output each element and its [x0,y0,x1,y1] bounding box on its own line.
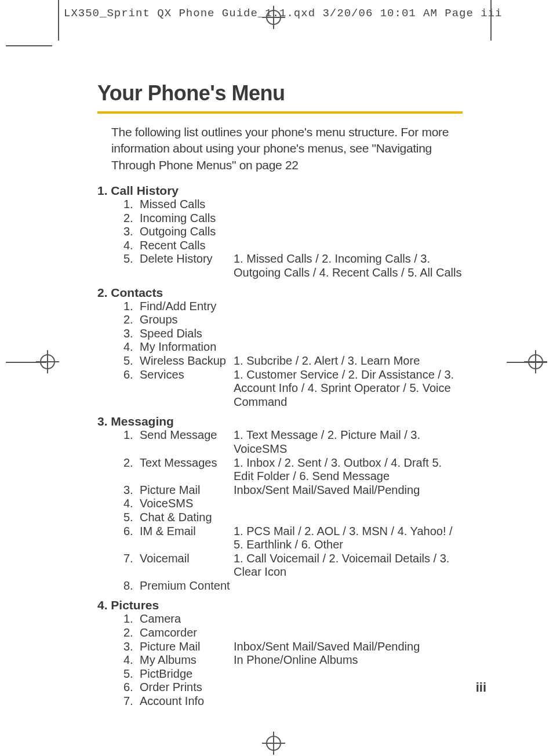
menu-item-subitems: 1. PCS Mail / 2. AOL / 3. MSN / 4. Yahoo… [234,525,463,552]
menu-item-left: 5.PictBridge [97,667,234,681]
menu-item-row: 2.Text Messages1. Inbox / 2. Sent / 3. O… [97,456,463,484]
menu-item-row: 4.VoiceSMS [97,497,463,511]
menu-item-label: PictBridge [140,667,192,681]
menu-item-number: 4. [97,497,140,511]
menu-item-row: 5.Chat & Dating [97,511,463,525]
menu-item-left: 5.Chat & Dating [97,511,234,525]
menu-item-row: 8.Premium Content [97,579,463,593]
menu-item-label: Outgoing Calls [140,225,216,239]
menu-item-left: 3.Outgoing Calls [97,225,234,239]
menu-item-subitems [234,511,463,525]
menu-item-subitems [234,327,463,341]
menu-item-number: 5. [97,252,140,279]
menu-item-left: 5.Delete History [97,252,234,279]
menu-item-label: IM & Email [140,525,196,552]
menu-item-number: 4. [97,653,140,667]
menu-item-subitems: 1. Customer Service / 2. Dir Assistance … [234,368,463,409]
menu-item-left: 1.Send Message [97,428,234,456]
menu-item-number: 6. [97,525,140,552]
menu-item-row: 1.Find/Add Entry [97,300,463,314]
menu-item-number: 1. [97,428,140,456]
menu-item-left: 6.Order Prints [97,681,234,695]
menu-item-subitems [234,681,463,695]
menu-item-number: 2. [97,626,140,640]
menu-item-subitems: 1. Inbox / 2. Sent / 3. Outbox / 4. Draf… [234,456,463,484]
menu-item-row: 5.Wireless Backup1. Subcribe / 2. Alert … [97,354,463,368]
menu-item-subitems [234,300,463,314]
menu-item-row: 1.Missed Calls [97,198,463,212]
menu-item-subitems [234,313,463,327]
menu-item-subitems [234,626,463,640]
menu-item-row: 5.Delete History1. Missed Calls / 2. Inc… [97,252,463,279]
title-rule [97,111,463,114]
menu-item-label: Missed Calls [140,198,205,212]
menu-item-label: Text Messages [140,456,217,484]
menu-item-subitems: 1. Text Message / 2. Picture Mail / 3. V… [234,428,463,456]
menu-item-subitems: 1. Subcribe / 2. Alert / 3. Learn More [234,354,463,368]
menu-item-left: 5.Wireless Backup [97,354,234,368]
menu-item-left: 3.Speed Dials [97,327,234,341]
registration-mark-icon [524,350,547,373]
crop-mark [490,0,492,41]
menu-item-row: 7.Voicemail1. Call Voicemail / 2. Voicem… [97,552,463,579]
intro-paragraph: The following list outlines your phone's… [111,124,463,173]
menu-item-label: My Albums [140,653,197,667]
menu-item-label: Voicemail [140,552,190,579]
menu-item-subitems [234,340,463,354]
menu-item-row: 6.IM & Email1. PCS Mail / 2. AOL / 3. MS… [97,525,463,552]
menu-item-row: 2.Incoming Calls [97,212,463,226]
menu-item-left: 8.Premium Content [97,579,234,593]
menu-item-left: 2.Camcorder [97,626,234,640]
menu-item-number: 5. [97,667,140,681]
menu-item-label: Picture Mail [140,484,200,497]
menu-item-number: 6. [97,681,140,695]
menu-item-left: 4.My Albums [97,653,234,667]
menu-item-label: Speed Dials [140,327,202,341]
menu-item-left: 2.Incoming Calls [97,212,234,226]
menu-item-number: 2. [97,313,140,327]
menu-item-subitems: In Phone/Online Albums [234,653,463,667]
menu-item-left: 6.Services [97,368,234,409]
crop-mark [6,45,52,46]
menu-item-subitems [234,612,463,626]
menu-item-left: 4.VoiceSMS [97,497,234,511]
menu-item-row: 1.Camera [97,612,463,626]
menu-item-label: Recent Calls [140,239,205,253]
menu-item-number: 5. [97,354,140,368]
page-number: iii [476,680,486,695]
menu-item-number: 4. [97,239,140,253]
menu-item-row: 4.My Information [97,340,463,354]
menu-item-subitems [234,212,463,226]
menu-item-row: 7.Account Info [97,695,463,708]
page-title: Your Phone's Menu [97,81,463,106]
menu-item-row: 3.Picture MailInbox/Sent Mail/Saved Mail… [97,484,463,497]
menu-item-label: Camcorder [140,626,197,640]
menu-item-left: 2.Groups [97,313,234,327]
menu-item-number: 7. [97,552,140,579]
menu-item-row: 3.Outgoing Calls [97,225,463,239]
menu-item-row: 3.Picture MailInbox/Sent Mail/Saved Mail… [97,640,463,654]
menu-item-number: 7. [97,695,140,708]
menu-item-subitems: Inbox/Sent Mail/Saved Mail/Pending [234,640,463,654]
menu-item-label: Groups [140,313,178,327]
menu-item-label: Camera [140,612,181,626]
section-heading: 3. Messaging [97,415,463,428]
section-heading: 4. Pictures [97,598,463,612]
menu-item-label: Send Message [140,428,217,456]
menu-item-number: 3. [97,640,140,654]
section-heading: 1. Call History [97,184,463,198]
menu-item-left: 7.Account Info [97,695,234,708]
menu-item-left: 4.Recent Calls [97,239,234,253]
menu-item-number: 2. [97,212,140,226]
menu-item-left: 1.Missed Calls [97,198,234,212]
menu-item-subitems [234,225,463,239]
registration-mark-icon [36,350,59,373]
menu-item-subitems [234,695,463,708]
menu-item-number: 1. [97,198,140,212]
menu-item-row: 6.Order Prints [97,681,463,695]
menu-item-subitems: Inbox/Sent Mail/Saved Mail/Pending [234,484,463,497]
menu-item-label: VoiceSMS [140,497,193,511]
menu-item-number: 3. [97,484,140,497]
menu-item-number: 3. [97,327,140,341]
menu-item-subitems [234,239,463,253]
